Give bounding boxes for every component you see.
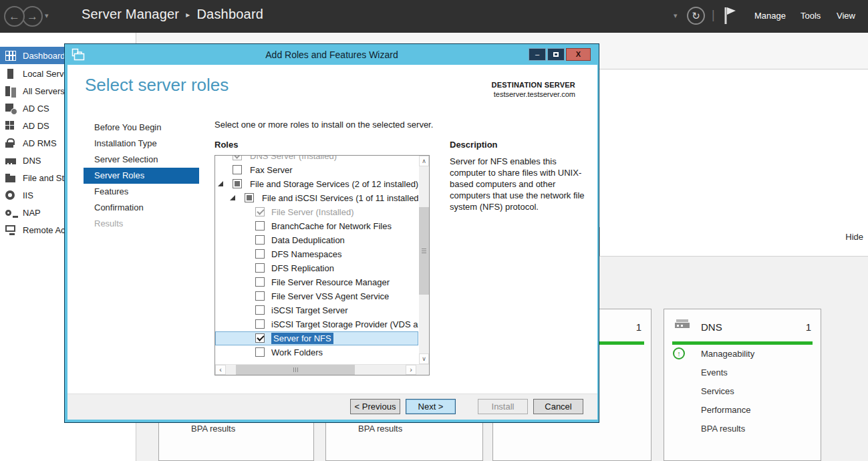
all-servers-icon <box>5 86 10 96</box>
scroll-up-icon[interactable]: ∧ <box>419 156 429 166</box>
role-row-iscsi-target-server[interactable]: iSCSI Target Server <box>215 303 418 317</box>
add-roles-features-wizard: Add Roles and Features Wizard – X Select… <box>64 43 599 423</box>
role-row-work-folders[interactable]: Work Folders <box>215 345 418 359</box>
checkbox-unchecked[interactable] <box>255 249 265 259</box>
expand-triangle-icon[interactable] <box>218 181 223 186</box>
checkbox-partial[interactable] <box>245 193 254 202</box>
expand-triangle-icon[interactable] <box>230 195 235 200</box>
dns-item-services[interactable]: Services <box>701 386 734 397</box>
roles-rows: DNS Server (Installed) Fax Server File a… <box>215 156 418 364</box>
dns-item-bpa-results[interactable]: BPA results <box>701 424 745 434</box>
role-row-dfs-replication[interactable]: DFS Replication <box>215 261 418 275</box>
wizard-nav-features[interactable]: Features <box>84 184 199 200</box>
role-row-fs-vss-agent[interactable]: File Server VSS Agent Service <box>215 289 418 303</box>
horizontal-scrollbar[interactable]: ‹ › <box>215 364 429 375</box>
breadcrumb-separator-icon: ▸ <box>186 10 190 19</box>
nav-dropdown-icon[interactable]: ▾ <box>45 11 49 20</box>
dns-item-manageability[interactable]: Manageability <box>701 349 754 359</box>
ad-rms-lock-icon <box>5 142 13 148</box>
minimize-button[interactable]: – <box>529 48 546 61</box>
role-row-data-deduplication[interactable]: Data Deduplication <box>215 233 418 247</box>
back-icon[interactable]: ← <box>4 6 25 27</box>
wizard-nav-before-you-begin[interactable]: Before You Begin <box>84 120 199 136</box>
wizard-title-bar[interactable]: Add Roles and Features Wizard – X <box>65 44 599 65</box>
forward-icon[interactable]: → <box>22 6 43 27</box>
wizard-nav-server-selection[interactable]: Server Selection <box>84 152 199 168</box>
cancel-button[interactable]: Cancel <box>533 399 583 414</box>
role-row-iscsi-storage-provider[interactable]: iSCSI Target Storage Provider (VDS and V… <box>215 317 418 331</box>
close-button[interactable]: X <box>566 48 591 61</box>
top-bar: ← → ▾ Server Manager▸Dashboard ▾ ↻ | Man… <box>0 0 868 33</box>
dns-item-events[interactable]: Events <box>701 367 728 378</box>
checkbox-unchecked[interactable] <box>233 165 242 174</box>
role-row-branchcache[interactable]: BranchCache for Network Files <box>215 219 418 233</box>
toolbar-divider: | <box>712 8 715 22</box>
role-row-file-server[interactable]: File Server (Installed) <box>215 205 418 219</box>
wizard-nav-server-roles[interactable]: Server Roles <box>84 168 199 184</box>
breadcrumb-current[interactable]: Dashboard <box>196 7 263 21</box>
checkbox-unchecked[interactable] <box>255 235 265 245</box>
next-button[interactable]: Next > <box>406 399 456 414</box>
checkbox-checked[interactable] <box>255 333 265 343</box>
menu-view[interactable]: View <box>837 11 855 21</box>
role-row-dns-server[interactable]: DNS Server (Installed) <box>215 156 418 163</box>
checkbox-unchecked[interactable] <box>255 221 265 230</box>
maximize-icon <box>553 52 559 57</box>
wizard-body: Select server roles DESTINATION SERVER t… <box>67 65 597 420</box>
horizontal-scroll-thumb[interactable] <box>236 365 355 375</box>
scroll-left-icon[interactable]: ‹ <box>215 365 226 375</box>
local-server-icon <box>7 69 13 79</box>
checkbox-unchecked[interactable] <box>255 347 265 357</box>
roles-listbox: DNS Server (Installed) Fax Server File a… <box>214 155 430 375</box>
wizard-button-bar: < Previous Next > Install Cancel <box>67 394 597 420</box>
wizard-nav-results: Results <box>84 216 199 232</box>
wizard-nav-installation-type[interactable]: Installation Type <box>84 136 199 152</box>
checkbox-checked-disabled[interactable] <box>255 207 265 216</box>
wizard-nav-confirmation[interactable]: Confirmation <box>84 200 199 216</box>
refresh-icon[interactable]: ↻ <box>687 7 705 25</box>
checkbox-partial[interactable] <box>233 179 242 188</box>
flag-icon[interactable] <box>724 6 738 25</box>
thumb-grip-icon <box>422 251 426 251</box>
roles-list-label: Roles <box>214 140 238 150</box>
scroll-down-icon[interactable]: ∨ <box>419 353 429 364</box>
notifications-dropdown-icon[interactable]: ▾ <box>674 11 678 20</box>
hide-link[interactable]: Hide <box>822 232 863 242</box>
scroll-right-icon[interactable]: › <box>406 365 416 375</box>
install-button: Install <box>478 399 528 414</box>
role-row-server-for-nfs[interactable]: Server for NFS <box>215 331 418 345</box>
role-row-file-storage-services[interactable]: File and Storage Services (2 of 12 insta… <box>215 177 418 191</box>
dns-tile: DNS 1 ↑ Manageability Events Services Pe… <box>664 309 821 461</box>
role-row-file-iscsi-services[interactable]: File and iSCSI Services (1 of 11 install… <box>215 191 418 205</box>
description-text: Server for NFS enables this computer to … <box>450 156 594 212</box>
vertical-scrollbar[interactable]: ∧ ∨ <box>419 156 429 364</box>
checkbox-unchecked[interactable] <box>255 277 265 287</box>
dns-item-performance[interactable]: Performance <box>701 405 750 416</box>
page-title: Select server roles <box>85 75 229 96</box>
dns-icon <box>5 158 16 164</box>
role-row-fax-server[interactable]: Fax Server <box>215 163 418 177</box>
checkbox-unchecked[interactable] <box>255 305 265 315</box>
wizard-window-title: Add Roles and Features Wizard <box>65 49 599 60</box>
previous-button[interactable]: < Previous <box>350 399 400 414</box>
checkbox-unchecked[interactable] <box>255 319 265 329</box>
maximize-button[interactable] <box>547 48 565 61</box>
iis-globe-icon <box>5 190 15 200</box>
dashboard-grid-icon <box>5 51 16 61</box>
menu-tools[interactable]: Tools <box>801 11 821 21</box>
folder-icon <box>5 176 15 182</box>
menu-manage[interactable]: Manage <box>754 11 786 21</box>
tile-item-bpa-results[interactable]: BPA results <box>191 424 235 434</box>
breadcrumb-root[interactable]: Server Manager <box>82 7 179 21</box>
instruction-text: Select one or more roles to install on t… <box>214 120 433 130</box>
remote-access-monitor-icon <box>5 225 15 232</box>
checkbox-unchecked[interactable] <box>255 263 265 273</box>
checkbox-unchecked[interactable] <box>255 291 265 301</box>
dns-tile-title[interactable]: DNS <box>701 321 722 333</box>
role-row-fs-resource-manager[interactable]: File Server Resource Manager <box>215 275 418 289</box>
description-title: Description <box>450 140 498 150</box>
vertical-scroll-thumb[interactable] <box>419 207 429 295</box>
role-row-dfs-namespaces[interactable]: DFS Namespaces <box>215 247 418 261</box>
tile-item-bpa-results[interactable]: BPA results <box>358 424 402 434</box>
checkbox-checked-disabled[interactable] <box>233 156 242 160</box>
